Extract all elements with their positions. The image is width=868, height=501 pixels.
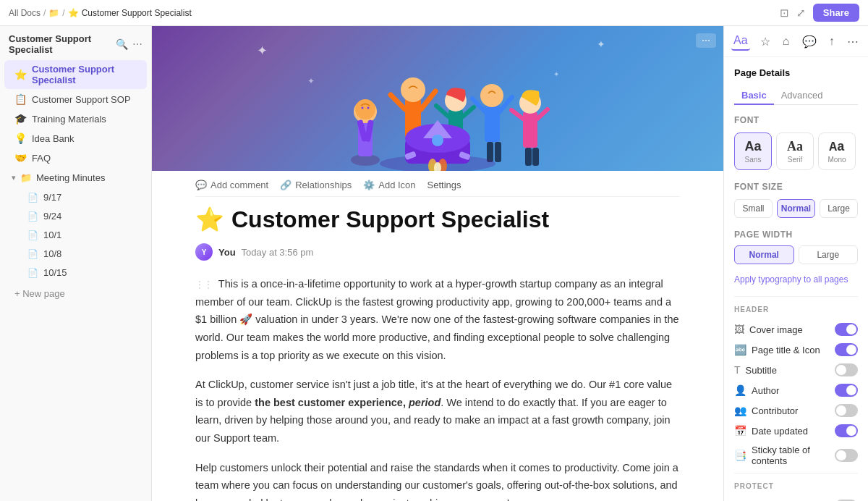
doc-body: ⋮⋮ This is a once-in-a-lifetime opportun… (195, 275, 680, 501)
font-size-option-large[interactable]: Large (820, 199, 858, 218)
panel-text-icon[interactable]: Aa (731, 32, 750, 51)
sidebar-item-faq[interactable]: 🤝FAQ (4, 148, 147, 167)
drag-handle[interactable]: ⋮⋮ (195, 279, 213, 290)
panel-chat-icon[interactable]: 💬 (800, 33, 819, 51)
toggle-author[interactable] (835, 384, 858, 397)
svg-line-20 (436, 106, 448, 117)
font-size-option-small[interactable]: Small (734, 199, 773, 218)
toggle-sticky_toc[interactable] (835, 449, 858, 462)
sidebar-subitem-oct1[interactable]: 📄10/1 (20, 226, 147, 244)
toggle-contributor[interactable] (835, 404, 858, 417)
svg-point-40 (432, 135, 443, 146)
svg-line-32 (511, 110, 523, 119)
panel-more-icon[interactable]: ⋯ (845, 33, 861, 51)
toggle-row-author: 👤 Author (734, 380, 858, 400)
panel-tabs: BasicAdvanced (734, 87, 858, 105)
sidebar-subitem-oct15[interactable]: 📄10/15 (20, 264, 147, 282)
page-width-label: Page Width (734, 230, 858, 240)
toggle-icon-page_title_icon: 🔤 (734, 344, 746, 355)
toggle-date_updated[interactable] (835, 424, 858, 437)
sidebar-item-icon: 🤝 (14, 152, 27, 164)
sidebar-item-main[interactable]: ⭐Customer Support Specialist (4, 60, 147, 89)
page-width-option-normal[interactable]: Normal (734, 245, 794, 264)
sidebar-item-idea[interactable]: 💡Idea Bank (4, 129, 147, 148)
page-icon: 📄 (27, 268, 38, 278)
font-size-option-normal[interactable]: Normal (777, 199, 815, 218)
sidebar-item-icon: 🎓 (14, 113, 27, 125)
svg-point-25 (480, 84, 503, 107)
toggle-subtitle[interactable] (835, 363, 858, 376)
toggle-icon-contributor: 👥 (734, 405, 746, 416)
page-icon: 📄 (27, 211, 38, 222)
doc-paragraph-3: Help customers unlock their potential an… (195, 459, 680, 501)
breadcrumb-sep2: / (62, 8, 64, 18)
sidebar-nav: ⭐Customer Support Specialist📋Customer Su… (0, 59, 151, 168)
toggle-row-protect_page: Protect this page (734, 496, 858, 501)
svg-rect-24 (485, 104, 500, 142)
sidebar-group-meeting-minutes[interactable]: ▾ 📁 Meeting Minutes (4, 169, 147, 187)
font-option-sans[interactable]: AaSans (734, 132, 772, 170)
more-icon[interactable]: ⋯ (132, 38, 142, 50)
panel-upload-icon[interactable]: ↑ (827, 33, 837, 50)
sidebar-subitem-sep924[interactable]: 📄9/24 (20, 207, 147, 225)
font-option-mono[interactable]: AaMono (818, 132, 856, 170)
add-icon-button[interactable]: ⚙️ Add Icon (363, 180, 415, 190)
subitem-label: 10/8 (43, 248, 61, 259)
panel-star-icon[interactable]: ☆ (758, 33, 773, 51)
toggle-row-cover_image: 🖼 Cover image (734, 319, 858, 340)
font-options: AaSansAaSerifAaMono (734, 132, 858, 170)
page-icon: 📄 (27, 193, 38, 203)
minimize-icon[interactable]: ⊡ (780, 7, 789, 20)
toggle-cover_image[interactable] (835, 323, 858, 336)
sidebar-item-label: Idea Bank (32, 133, 75, 144)
toggle-row-page_title_icon: 🔤 Page title & Icon (734, 340, 858, 360)
page-width-options: NormalLarge (734, 245, 858, 264)
right-panel: Aa ☆ ⌂ 💬 ↑ ⋯ Page Details BasicAdvanced … (723, 26, 868, 501)
banner-image: ⋯ ✦ ✦ ✦ ✦ (152, 26, 723, 171)
relationships-button[interactable]: 🔗 Relationships (280, 180, 352, 190)
page-icon: 📄 (27, 249, 38, 259)
header-toggles: 🖼 Cover image 🔤 Page title & Icon T Subt… (734, 319, 858, 470)
svg-text:✦: ✦ (597, 38, 605, 50)
toggle-row-subtitle: T Subtitle (734, 360, 858, 380)
sidebar-subitem-sep917[interactable]: 📄9/17 (20, 188, 147, 206)
folder-icon: 📁 (48, 8, 59, 18)
sidebar-item-icon: 💡 (14, 132, 27, 144)
all-docs-link[interactable]: All Docs (9, 8, 41, 18)
toggle-label-date_updated: 📅 Date updated (734, 425, 808, 437)
breadcrumb-page-name: Customer Support Specialist (82, 8, 192, 18)
svg-point-9 (355, 99, 375, 119)
sidebar-subitem-oct8[interactable]: 📄10/8 (20, 245, 147, 263)
toggle-label-text: Cover image (749, 324, 803, 335)
breadcrumb: All Docs / 📁 / ⭐ Customer Support Specia… (9, 8, 192, 18)
toggle-page_title_icon[interactable] (835, 343, 858, 356)
toggle-label-cover_image: 🖼 Cover image (734, 324, 803, 335)
chevron-down-icon: ▾ (12, 173, 16, 182)
sidebar-item-label: Training Materials (32, 114, 106, 125)
sidebar-subgroup: 📄9/17📄9/24📄10/1📄10/8📄10/15 (0, 188, 151, 282)
search-icon[interactable]: 🔍 (116, 38, 128, 50)
toggle-row-date_updated: 📅 Date updated (734, 421, 858, 441)
typography-link[interactable]: Apply typography to all pages (734, 274, 858, 285)
page-width-option-large[interactable]: Large (799, 245, 859, 264)
settings-link[interactable]: Settings (427, 180, 461, 190)
sidebar-item-label: FAQ (32, 153, 51, 164)
tab-advanced[interactable]: Advanced (774, 87, 830, 105)
tab-basic[interactable]: Basic (734, 87, 774, 105)
panel-home-icon[interactable]: ⌂ (780, 33, 792, 50)
toggle-icon-date_updated: 📅 (734, 425, 746, 437)
sidebar-item-sop[interactable]: 📋Customer Support SOP (4, 90, 147, 109)
doc-toolbar: 💬 Add comment 🔗 Relationships ⚙️ Add Ico… (195, 171, 680, 197)
share-button[interactable]: Share (813, 4, 859, 22)
new-page-button[interactable]: + New page (4, 284, 147, 303)
svg-line-14 (391, 95, 405, 109)
toggle-label-text: Sticky table of contents (752, 445, 835, 466)
sidebar-item-training[interactable]: 🎓Training Materials (4, 109, 147, 128)
svg-text:✦: ✦ (257, 43, 268, 58)
author-name[interactable]: You (218, 247, 236, 258)
subitem-label: 10/15 (43, 267, 67, 278)
font-option-serif[interactable]: AaSerif (776, 132, 814, 170)
add-comment-button[interactable]: 💬 Add comment (195, 180, 268, 190)
banner-settings-button[interactable]: ⋯ (696, 33, 716, 48)
expand-icon[interactable]: ⤢ (796, 7, 806, 20)
